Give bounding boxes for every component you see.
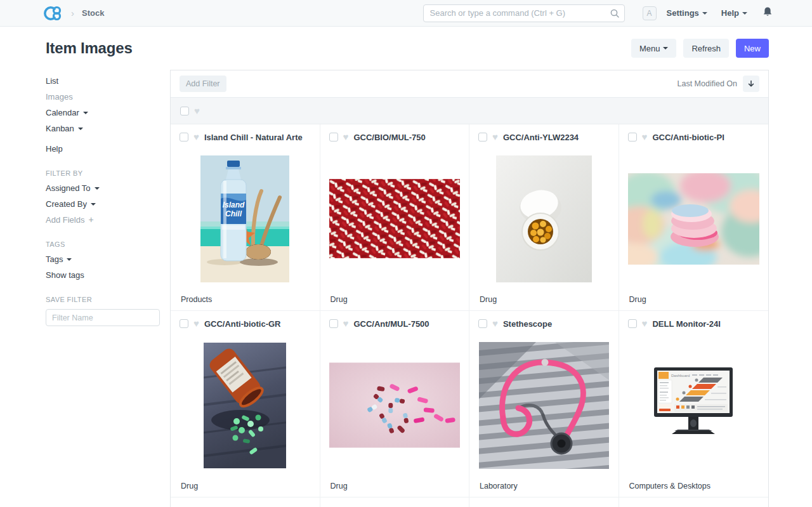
item-checkbox[interactable]	[478, 319, 487, 328]
item-card[interactable]: ♥ GCC/Anti-YLW2234	[469, 124, 619, 311]
filter-by-heading: FILTER BY	[46, 169, 160, 177]
tags-heading: TAGS	[46, 240, 160, 248]
sidebar-item-label: Images	[46, 91, 73, 102]
item-card[interactable]: ♥ Stethescope	[469, 311, 619, 497]
page-header: Item Images Menu Refresh New	[0, 27, 812, 70]
sidebar-item-label: Help	[46, 143, 63, 154]
item-image[interactable]	[478, 329, 610, 482]
item-image[interactable]	[329, 142, 461, 295]
sidebar-item-list[interactable]: List	[46, 76, 160, 86]
tags-filter[interactable]: Tags	[46, 254, 160, 265]
item-category: Drug	[628, 295, 760, 304]
pastel-candy-photo	[628, 173, 759, 265]
red-white-capsules-photo	[329, 179, 461, 258]
menu-button-label: Menu	[639, 44, 660, 53]
page-title: Item Images	[46, 39, 133, 57]
add-filter-button[interactable]: Add Filter	[180, 76, 226, 92]
item-title[interactable]: DELL Monitor-24I	[652, 319, 759, 329]
like-heart-icon[interactable]: ♥	[642, 319, 648, 328]
chevron-down-icon	[742, 12, 747, 15]
sidebar-item-kanban[interactable]: Kanban	[46, 123, 160, 134]
sidebar-item-label: Calendar	[46, 107, 79, 118]
sidebar-item-images[interactable]: Images	[46, 91, 160, 102]
item-image[interactable]	[180, 329, 311, 482]
island-chill-photo: Island Chill	[200, 155, 289, 282]
sidebar-item-label: List	[46, 76, 58, 86]
save-filter-heading: SAVE FILTER	[46, 296, 160, 303]
created-by-filter[interactable]: Created By	[46, 199, 160, 209]
item-image[interactable]	[478, 142, 610, 295]
notifications-bell-icon[interactable]	[763, 6, 773, 20]
chevron-down-icon	[91, 203, 96, 206]
item-category: Laboratory	[478, 482, 610, 491]
like-heart-icon[interactable]: ♥	[492, 133, 498, 142]
search-icon[interactable]	[610, 8, 620, 21]
item-category: Drug	[329, 295, 461, 304]
spilled-pill-bottle-photo	[204, 343, 286, 468]
item-title[interactable]: GCC/Anti-biotic-PI	[652, 133, 759, 142]
sidebar-item-help[interactable]: Help	[46, 143, 160, 154]
item-category: Drug	[329, 482, 461, 491]
top-navbar: › Stock A Settings Help	[0, 0, 812, 27]
show-tags-label: Show tags	[46, 270, 84, 280]
item-title[interactable]: GCC/Anti-biotic-GR	[204, 319, 311, 329]
item-checkbox[interactable]	[180, 319, 188, 328]
item-checkbox[interactable]	[478, 133, 487, 142]
item-title[interactable]: Stethescope	[503, 319, 610, 329]
user-avatar[interactable]: A	[643, 6, 657, 20]
yellow-pills-photo	[496, 155, 592, 282]
item-title[interactable]: GCC/Ant/MUL-7500	[353, 319, 460, 329]
item-card[interactable]: ♥ GCC/Anti-biotic-PI	[619, 124, 769, 311]
item-card[interactable]: ♥ GCC/Anti-biotic-GR	[171, 311, 320, 497]
item-image[interactable]: Dashboard	[628, 329, 760, 482]
new-button[interactable]: New	[736, 39, 769, 58]
item-category: Drug	[478, 295, 610, 304]
chevron-down-icon	[95, 187, 100, 190]
chevron-down-icon	[83, 112, 88, 114]
sort-direction-button[interactable]	[743, 76, 759, 92]
refresh-button[interactable]: Refresh	[683, 39, 729, 58]
add-fields-link[interactable]: Add Fields +	[46, 214, 160, 225]
show-tags-link[interactable]: Show tags	[46, 270, 160, 280]
liked-filter-heart-icon[interactable]: ♥	[194, 107, 200, 115]
like-heart-icon[interactable]: ♥	[193, 133, 199, 142]
filter-name-input[interactable]	[46, 309, 160, 326]
item-checkbox[interactable]	[628, 133, 637, 142]
help-label: Help	[721, 8, 739, 18]
like-heart-icon[interactable]: ♥	[642, 133, 648, 142]
like-heart-icon[interactable]: ♥	[492, 319, 498, 328]
item-checkbox[interactable]	[628, 319, 637, 328]
item-card[interactable]: ♥ Island Chill - Natural Arte	[171, 124, 320, 311]
item-checkbox[interactable]	[329, 319, 338, 328]
like-heart-icon[interactable]: ♥	[193, 319, 199, 328]
settings-label: Settings	[667, 8, 699, 18]
item-card[interactable]: ♥ GCC/BIO/MUL-750	[320, 124, 470, 311]
menu-button[interactable]: Menu	[631, 39, 677, 58]
dell-monitor-photo: Dashboard	[643, 362, 744, 448]
chevron-down-icon	[663, 47, 668, 49]
item-image[interactable]: Island Chill	[180, 142, 311, 295]
app-logo-icon[interactable]	[43, 5, 62, 22]
item-title[interactable]: GCC/Anti-YLW2234	[503, 133, 610, 142]
item-card	[619, 497, 769, 507]
breadcrumb[interactable]: Stock	[82, 8, 104, 18]
help-menu[interactable]: Help	[721, 8, 747, 18]
chevron-down-icon	[67, 258, 72, 261]
item-card[interactable]: ♥ GCC/Ant/MUL-7500	[320, 311, 470, 497]
item-image[interactable]	[628, 142, 760, 295]
chevron-down-icon	[702, 12, 707, 15]
item-title[interactable]: Island Chill - Natural Arte	[204, 133, 311, 142]
assigned-to-filter[interactable]: Assigned To	[46, 183, 160, 194]
search-input[interactable]	[423, 4, 625, 22]
item-image[interactable]	[329, 329, 461, 482]
sort-field-label[interactable]: Last Modified On	[678, 79, 738, 88]
item-title[interactable]: GCC/BIO/MUL-750	[353, 133, 460, 142]
sidebar-item-calendar[interactable]: Calendar	[46, 107, 160, 118]
like-heart-icon[interactable]: ♥	[343, 133, 349, 142]
like-heart-icon[interactable]: ♥	[343, 319, 349, 328]
item-card[interactable]: ♥ DELL Monitor-24I Dashboard	[619, 311, 769, 497]
settings-menu[interactable]: Settings	[667, 8, 707, 18]
item-checkbox[interactable]	[329, 133, 338, 142]
select-all-checkbox[interactable]	[180, 107, 189, 115]
item-checkbox[interactable]	[180, 133, 188, 142]
